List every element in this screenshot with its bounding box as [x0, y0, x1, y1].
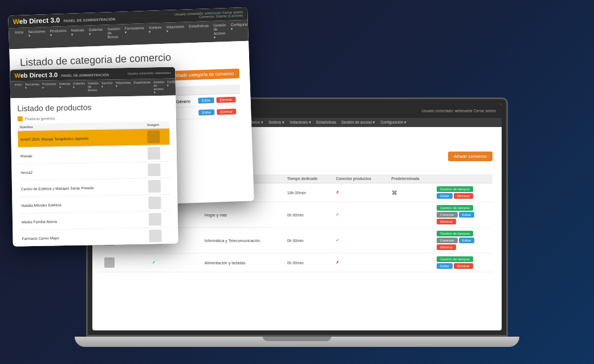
nav-configuracion[interactable]: Configuración ▾ — [378, 119, 409, 126]
row4-nombre — [123, 253, 150, 272]
col-predeterminada: Predeterminada — [389, 174, 434, 183]
row4-eliminar-btn[interactable]: Eliminar — [454, 263, 473, 269]
cat-row1-eliminar-btn[interactable]: Eliminar — [216, 97, 235, 103]
scene: Web Direct 3.0 PANEL DE ADMINISTRACIÓN U… — [0, 0, 594, 364]
products-window: Web Direct 3.0 PANEL DE ADMINISTRACIÓN U… — [10, 67, 178, 246]
list-item: Masaje — [18, 145, 170, 165]
list-item: Natalia Méndez Estética — [19, 195, 170, 214]
list-item: Aroca2 — [18, 162, 170, 181]
cat-panel-label: PANEL DE ADMINISTRACIÓN — [63, 17, 115, 23]
row1-tiempo: 18h 00min — [284, 183, 333, 202]
nav-sorteos[interactable]: Sorteos ▾ — [266, 119, 287, 126]
cat-row1-editar-btn[interactable]: Editar — [198, 97, 214, 104]
prod-nav-configuracion[interactable]: Configuración ▾ — [166, 79, 176, 95]
row3-gestion-tiempos-btn[interactable]: Gestión de tiempos — [437, 231, 473, 236]
prod-nav-galerias[interactable]: Galerías ▾ — [72, 81, 86, 96]
prod-row1-img — [147, 130, 160, 143]
prod-body: Listado de productos Producto genérico N… — [10, 95, 178, 246]
row1-actions: Gestión de tiempos Editar Eliminar — [434, 183, 493, 202]
cat-row2-eliminar-btn[interactable]: Eliminar — [217, 109, 236, 115]
cat-logo: Web Direct 3.0 PANEL DE ADMINISTRACIÓN — [13, 14, 115, 26]
cat-nav-galerias[interactable]: Galerías ▾ — [87, 26, 105, 46]
cat-row2-actions: Editar Eliminar — [195, 105, 241, 119]
prod-nav-bono[interactable]: Gestión de Bonos — [87, 81, 100, 96]
cat-row2-editar-btn[interactable]: Editar — [198, 109, 214, 116]
row3-categoria: Informática y Telecomunicación — [202, 228, 284, 253]
filter-label: Producto genérico — [25, 116, 55, 121]
prod-filter-row: Producto genérico — [18, 114, 169, 122]
row4-categoria: Alimentación y bebidas — [202, 253, 284, 272]
row4-actions: Gestión de tiempos Editar Eliminar — [434, 253, 493, 272]
prod-row1-name: SHIAT-ZEN: Masaje Terapéutico Japonés — [20, 135, 147, 141]
table-row: ✓ Alimentación y bebidas 0h 00min ✗ Gest… — [101, 253, 493, 272]
row1-eliminar-btn[interactable]: Eliminar — [454, 193, 473, 199]
prod-row2-img — [148, 147, 160, 159]
filter-color-badge — [18, 116, 23, 121]
prod-nav-noticias[interactable]: Noticias ▾ — [58, 81, 72, 96]
prod-nav-inicio[interactable]: Inicio — [14, 82, 23, 97]
row3-tiempo: 0h 00min — [284, 228, 333, 253]
cat-nav-sorteos[interactable]: Sorteos ▾ — [147, 24, 164, 43]
row4-editar-btn[interactable]: Editar — [437, 263, 453, 269]
prod-nav-sorteos[interactable]: Votaciones ▾ — [115, 80, 132, 96]
stores-add-button[interactable]: Añadir comercio — [448, 152, 493, 161]
col-tiempo: Tiempo dedicado — [284, 174, 333, 183]
prod-nav-secciones[interactable]: Secciones ▾ — [24, 82, 41, 97]
row2-eliminar-btn[interactable]: Eliminar — [437, 219, 456, 224]
list-item: SHIAT-ZEN: Masaje Terapéutico Japonés — [18, 129, 169, 148]
nav-estadisticas[interactable]: Estadísticas — [314, 119, 339, 126]
prod-row6-img — [149, 213, 161, 226]
nav-votaciones[interactable]: Votaciones ▾ — [287, 119, 314, 126]
col-conector: Conector productos — [333, 174, 388, 183]
cat-nav-secciones[interactable]: Secciones ▾ — [26, 28, 47, 47]
prod-row7-img — [149, 230, 161, 242]
row1-gestion-tiempos-btn[interactable]: Gestión de tiempos — [437, 186, 473, 192]
laptop-base — [75, 337, 519, 347]
prod-nav-productos[interactable]: Productos ▾ — [41, 81, 58, 96]
prod-nav-servicio[interactable]: Servicio ▾ — [100, 80, 114, 95]
cat-nav-productos[interactable]: Productos ▾ — [48, 27, 68, 47]
prod-page-title: Listado de productos — [17, 101, 169, 113]
prod-row2-name: Masaje — [21, 152, 148, 158]
prod-row4-img — [148, 180, 161, 193]
row4-conector: ✗ — [333, 253, 388, 272]
row4-thumb — [101, 253, 123, 272]
list-item: Mieles Familia Abena — [19, 211, 171, 231]
row4-logotipo — [173, 253, 202, 272]
row2-actions: Gestión de tiempos Conectar Editar Elimi… — [434, 202, 493, 228]
row4-gestion-tiempos-btn[interactable]: Gestión de tiempos — [437, 256, 473, 262]
cat-nav-inicio[interactable]: Inicio — [13, 28, 26, 48]
prod-row5-name: Natalia Méndez Estética — [21, 201, 148, 207]
row3-eliminar-btn[interactable]: Eliminar — [437, 244, 456, 250]
cat-nav-estadisticas[interactable]: Estadísticas — [187, 22, 211, 42]
row3-editar-btn[interactable]: Editar — [459, 238, 475, 243]
cat-nav-formularios[interactable]: Formularios ▾ — [123, 24, 146, 44]
cat-nav-votaciones[interactable]: Votaciones ▾ — [164, 23, 186, 43]
prod-nav-estadisticas[interactable]: Estadísticas — [132, 80, 152, 95]
row2-gestion-tiempos-btn[interactable]: Gestión de tiempos — [437, 205, 473, 211]
row4-predeterminada — [389, 253, 434, 272]
row1-editar-btn[interactable]: Editar — [437, 193, 453, 199]
cat-nav-configuracion[interactable]: Configuración ▾ — [229, 21, 249, 40]
row2-editar-btn[interactable]: Editar — [459, 212, 475, 218]
cat-logo-w: W — [13, 18, 19, 26]
prod-row3-name: Aroca2 — [21, 168, 148, 174]
row2-predeterminada — [389, 202, 434, 228]
cat-add-button[interactable]: Añadir categoría de comercio — [168, 68, 239, 80]
cat-nav-bono[interactable]: Gestión de Bonos — [105, 25, 123, 44]
stores-user-info: Usuario conectado: webmaster Cerrar sesi… — [422, 109, 496, 113]
prod-row3-img — [148, 163, 160, 176]
row3-conector: ✓ — [333, 228, 388, 253]
nav-gestion-acceso[interactable]: Gestión de acceso ▾ — [339, 119, 378, 126]
cat-nav-noticias[interactable]: Noticias ▾ — [69, 27, 86, 46]
cat-user-info: Usuario conectado: webmaster Cerrar sesi… — [174, 10, 243, 19]
prod-panel-label: PANEL DE ADMINISTRACIÓN — [61, 73, 109, 77]
list-item: Farmacia Carrer Major — [19, 228, 171, 247]
cat-row1-actions: Editar Eliminar — [194, 93, 241, 107]
prod-nav-acceso[interactable]: Gestión de acceso ▾ — [152, 80, 165, 95]
row3-predeterminada — [389, 228, 434, 253]
row2-conectar-btn[interactable]: Conectar — [437, 212, 457, 218]
row2-conector: ✓ — [333, 202, 388, 228]
cat-nav-acceso[interactable]: Gestión de acceso ▾ — [211, 22, 229, 41]
row3-conectar-btn[interactable]: Conectar — [437, 238, 457, 243]
